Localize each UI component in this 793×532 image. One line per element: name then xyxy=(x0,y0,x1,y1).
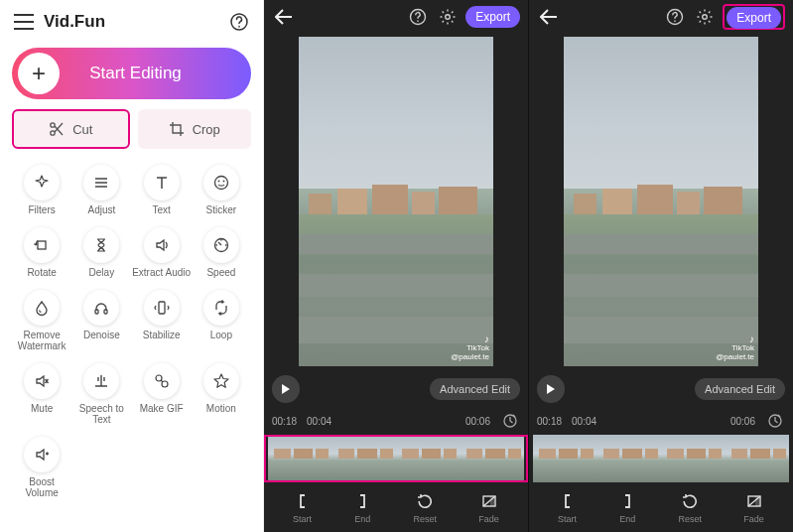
advanced-edit-button[interactable]: Advanced Edit xyxy=(695,378,785,400)
settings-icon[interactable] xyxy=(436,5,460,29)
trim-start[interactable]: Start xyxy=(558,492,577,524)
svg-rect-6 xyxy=(38,241,46,249)
fade-icon xyxy=(480,492,498,510)
trim-reset[interactable]: Reset xyxy=(679,492,703,524)
trim-reset[interactable]: Reset xyxy=(414,492,438,524)
back-icon[interactable] xyxy=(537,5,561,29)
sliders-icon xyxy=(83,165,119,200)
preview: ♪TikTok@paulet.te xyxy=(529,34,793,369)
tool-adjust[interactable]: Adjust xyxy=(71,165,131,215)
svg-rect-10 xyxy=(159,302,165,314)
tool-extract-audio[interactable]: Extract Audio xyxy=(132,227,192,278)
advanced-edit-button[interactable]: Advanced Edit xyxy=(430,378,520,400)
svg-point-18 xyxy=(703,15,708,20)
loop-icon xyxy=(203,290,239,326)
boost-icon xyxy=(24,437,60,472)
tool-filters[interactable]: Filters xyxy=(12,165,71,215)
svg-point-2 xyxy=(51,131,55,135)
trim-fade[interactable]: Fade xyxy=(478,492,499,524)
trim-controls: StartEndResetFade xyxy=(529,482,793,532)
tool-stabilize[interactable]: Stabilize xyxy=(132,290,192,351)
editor-pane-1: Export ♪TikTok@paulet.te Advanced Edit 0… xyxy=(264,0,529,532)
sparkle-icon xyxy=(24,165,60,200)
tool-speed[interactable]: Speed xyxy=(192,227,251,278)
timeline[interactable] xyxy=(529,435,793,482)
watermark: ♪TikTok@paulet.te xyxy=(451,333,489,362)
menu-icon[interactable] xyxy=(12,10,36,34)
reset-icon xyxy=(681,492,699,510)
speech-text-icon xyxy=(83,363,119,399)
export-button[interactable]: Export xyxy=(727,7,781,29)
help-icon[interactable] xyxy=(227,10,251,34)
editor-pane-2: Export ♪TikTok@paulet.te Advanced Edit 0… xyxy=(529,0,793,532)
start-editing-button[interactable]: + Start Editing xyxy=(12,48,251,99)
scissors-icon xyxy=(49,121,65,137)
tool-motion[interactable]: Motion xyxy=(192,363,251,425)
svg-point-3 xyxy=(214,177,227,190)
preview-bar: Advanced Edit xyxy=(529,369,793,409)
tool-text[interactable]: Text xyxy=(132,165,192,215)
headphones-icon xyxy=(83,290,119,326)
mode-tabs: Cut Crop xyxy=(12,109,251,149)
smile-icon xyxy=(203,165,239,200)
play-button[interactable] xyxy=(272,375,300,403)
export-highlight: Export xyxy=(723,4,785,30)
drop-icon xyxy=(24,290,60,326)
rotate-icon xyxy=(24,227,60,263)
trim-start[interactable]: Start xyxy=(293,492,312,524)
sound-out-icon xyxy=(144,227,180,263)
editor-area: Export ♪TikTok@paulet.te Advanced Edit 0… xyxy=(264,0,793,532)
tab-cut[interactable]: Cut xyxy=(12,109,130,149)
tool-grid: FiltersAdjustTextStickerRotateDelayExtra… xyxy=(0,157,263,510)
watermark: ♪TikTok@paulet.te xyxy=(716,333,754,362)
bracket-right-icon xyxy=(353,492,371,510)
mute-icon xyxy=(24,363,60,399)
tool-loop[interactable]: Loop xyxy=(192,290,251,351)
tool-remove-watermark[interactable]: Remove Watermark xyxy=(12,290,71,351)
tool-make-gif[interactable]: Make GIF xyxy=(132,363,192,425)
tool-sticker[interactable]: Sticker xyxy=(192,165,251,215)
tool-delay[interactable]: Delay xyxy=(71,227,131,278)
video-frame[interactable]: ♪TikTok@paulet.te xyxy=(299,37,493,366)
settings-icon[interactable] xyxy=(693,5,717,29)
back-icon[interactable] xyxy=(272,5,296,29)
timeline[interactable] xyxy=(264,435,528,482)
editor-header: Export xyxy=(529,0,793,34)
trim-controls: StartEndResetFade xyxy=(264,482,528,532)
trim-fade[interactable]: Fade xyxy=(743,492,764,524)
svg-point-1 xyxy=(51,123,55,127)
tool-rotate[interactable]: Rotate xyxy=(12,227,71,278)
svg-point-14 xyxy=(446,15,451,20)
clock-icon[interactable] xyxy=(765,411,785,431)
hourglass-icon xyxy=(83,227,119,263)
time-row: 00:18 00:0400:06 xyxy=(529,409,793,435)
svg-point-4 xyxy=(217,181,219,183)
export-button[interactable]: Export xyxy=(465,6,520,28)
tab-crop[interactable]: Crop xyxy=(138,109,252,149)
preview: ♪TikTok@paulet.te xyxy=(264,34,528,369)
tool-boost-volume[interactable]: Boost Volume xyxy=(12,437,71,498)
trim-end[interactable]: End xyxy=(353,492,371,524)
tool-panel: Vid.Fun + Start Editing Cut Crop Filters… xyxy=(0,0,264,532)
play-button[interactable] xyxy=(537,375,565,403)
time-row: 00:18 00:0400:06 xyxy=(264,409,528,435)
clock-icon[interactable] xyxy=(500,411,520,431)
help-icon[interactable] xyxy=(663,5,687,29)
text-icon xyxy=(144,165,180,200)
tool-denoise[interactable]: Denoise xyxy=(71,290,131,351)
svg-rect-8 xyxy=(95,310,98,314)
reset-icon xyxy=(416,492,434,510)
plus-icon: + xyxy=(18,53,60,94)
tool-mute[interactable]: Mute xyxy=(12,363,71,425)
device-icon xyxy=(144,290,180,326)
bracket-left-icon xyxy=(559,492,577,510)
tool-speech-to-text[interactable]: Speech to Text xyxy=(71,363,131,425)
gauge-icon xyxy=(203,227,239,263)
help-icon[interactable] xyxy=(406,5,430,29)
video-frame[interactable]: ♪TikTok@paulet.te xyxy=(564,37,758,366)
gif-icon xyxy=(144,363,180,399)
app-title: Vid.Fun xyxy=(44,12,227,32)
trim-end[interactable]: End xyxy=(618,492,636,524)
star-icon xyxy=(203,363,239,399)
bracket-right-icon xyxy=(618,492,636,510)
